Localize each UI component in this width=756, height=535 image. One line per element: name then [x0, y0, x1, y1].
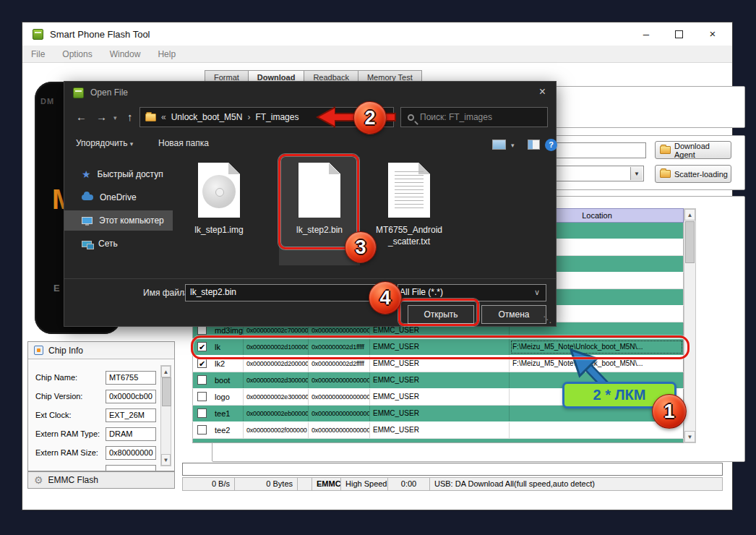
cloud-icon: [82, 194, 93, 200]
chip-info-scrollbar[interactable]: ▲ ▼: [160, 365, 171, 466]
chip-field-value[interactable]: DRAM: [106, 427, 156, 441]
app-icon: [33, 29, 43, 40]
sidebar-item-star[interactable]: ★Быстрый доступ: [64, 164, 173, 184]
menu-item-options[interactable]: Options: [62, 49, 92, 59]
cell-name: boot: [212, 372, 244, 388]
breadcrumb-folder[interactable]: Unlock_boot_M5N: [171, 112, 243, 122]
star-icon: ★: [82, 169, 91, 179]
cell-region: EMMC_USER: [370, 422, 510, 438]
gear-icon: ⚙: [34, 475, 43, 485]
menu-bar: FileOptionsWindowHelp: [22, 46, 732, 63]
cell-region: EMMC_USER: [370, 406, 510, 421]
annotation-step-2: 2: [353, 101, 387, 134]
status-segment-0: 0 B/s: [182, 477, 235, 491]
folder-icon: [660, 146, 671, 154]
chip-field-value[interactable]: 0x0000cb00: [106, 390, 156, 403]
scrollbar-thumb[interactable]: [162, 377, 171, 406]
sidebar-item-monitor[interactable]: Этот компьютер: [64, 210, 173, 231]
chip-field-label: Extern RAM Type:: [35, 429, 100, 438]
sidebar-item-label: OneDrive: [100, 192, 137, 202]
cell-end: 0x0000000000000000: [309, 406, 370, 421]
chip-field-value-partial[interactable]: [106, 465, 156, 471]
cell-name: tee1: [212, 406, 244, 421]
chip-field-value[interactable]: EXT_26M: [106, 408, 156, 422]
chip-info-panel: Chip Info Chip Name:MT6755Chip Version:0…: [27, 341, 175, 471]
forward-button[interactable]: →: [96, 111, 107, 123]
sidebar-item-network[interactable]: Сеть: [64, 234, 173, 254]
file-item-mt6755-android[interactable]: MT6755_Android_scatter.txt: [366, 157, 452, 265]
status-bar: 0 B/s0 BytesEMMCHigh Speed0:00USB: DA Do…: [182, 477, 723, 491]
cell-end: 0x0000000000000000: [309, 389, 370, 405]
filename-label: Имя файла:: [143, 288, 192, 298]
help-icon[interactable]: ?: [545, 139, 557, 151]
minimize-button[interactable]: –: [637, 27, 656, 40]
cancel-button[interactable]: Отмена: [481, 305, 546, 324]
scroll-down-arrow[interactable]: ▼: [684, 431, 695, 442]
organize-menu[interactable]: Упорядочить ▾: [76, 138, 133, 148]
back-button[interactable]: ←: [76, 111, 87, 123]
annotation-box-file: [278, 154, 359, 249]
filetype-value: All File (*.*): [400, 287, 443, 297]
download-agent-button[interactable]: Download Agent: [655, 141, 731, 159]
combo-dropdown-arrow[interactable]: ▼: [630, 167, 643, 180]
file-item-lk-step1-img[interactable]: lk_step1.img: [183, 157, 255, 265]
breadcrumb-current-folder[interactable]: FT_images: [255, 112, 298, 122]
cell-name: tee2: [212, 422, 244, 438]
scroll-up-arrow[interactable]: ▲: [684, 209, 695, 221]
table-row-tee2[interactable]: tee20x000000002f0000000x0000000000000000…: [192, 422, 684, 439]
folder-icon: [660, 170, 671, 178]
view-mode-icon[interactable]: [492, 140, 506, 150]
status-segment-5: 0:00: [388, 477, 430, 491]
chip-info-header[interactable]: Chip Info: [28, 342, 174, 359]
chip-icon: [34, 346, 43, 355]
emmc-flash-section[interactable]: ⚙ EMMC Flash: [27, 471, 175, 489]
menu-item-file[interactable]: File: [31, 49, 45, 59]
scrollbar-thumb[interactable]: [685, 221, 695, 263]
dialog-title-bar: Open File ×: [64, 82, 556, 103]
checkbox-logo[interactable]: [197, 392, 207, 401]
search-icon: [408, 114, 414, 121]
view-caret-icon[interactable]: ▾: [511, 142, 515, 149]
folder-icon: [145, 114, 156, 121]
page-fold-icon: [228, 163, 240, 174]
history-caret-icon[interactable]: ▾: [113, 114, 117, 121]
phone-top-text: DM: [40, 97, 54, 106]
status-segment-6: USB: DA Download All(full speed,auto det…: [430, 477, 723, 491]
filename-input[interactable]: lk_step2.bin: [185, 284, 395, 301]
up-button[interactable]: ↑: [127, 111, 133, 123]
monitor-icon: [82, 217, 93, 224]
menu-item-window[interactable]: Window: [110, 49, 141, 59]
close-button[interactable]: ×: [703, 27, 722, 40]
chip-field-value[interactable]: 0x80000000: [106, 446, 156, 460]
file-label: lk_step1.img: [183, 224, 255, 236]
checkbox-lk2[interactable]: ✔: [197, 359, 207, 368]
dialog-close-icon[interactable]: ×: [539, 85, 546, 98]
scroll-up-arrow[interactable]: ▲: [161, 366, 171, 377]
table-bottom-border: [192, 442, 684, 443]
breadcrumb-chevrons[interactable]: «: [161, 112, 166, 122]
menu-item-help[interactable]: Help: [158, 49, 176, 59]
scatter-loading-button[interactable]: Scatter-loading: [655, 165, 731, 183]
annotation-step-1: 1: [652, 394, 687, 429]
status-segment-3: EMMC: [312, 477, 341, 491]
checkbox-tee1[interactable]: [197, 408, 207, 418]
sidebar-item-cloud[interactable]: OneDrive: [64, 187, 173, 207]
scroll-down-arrow[interactable]: ▼: [161, 454, 171, 466]
checkbox-boot[interactable]: [197, 375, 207, 385]
phone-bottom-text: E: [53, 283, 60, 294]
cell-begin: 0x000000002eb00000: [244, 406, 309, 421]
new-folder-button[interactable]: Новая папка: [158, 138, 209, 148]
preview-pane-icon[interactable]: [528, 140, 540, 150]
resize-grip[interactable]: ⋱: [543, 314, 551, 325]
cell-begin: 0x000000002f000000: [244, 422, 309, 438]
search-box[interactable]: Поиск: FT_images: [400, 107, 548, 127]
status-segment-4: High Speed: [341, 477, 388, 491]
chip-field-value[interactable]: MT6755: [106, 371, 156, 385]
network-icon: [82, 241, 92, 247]
sidebar-item-label: Этот компьютер: [99, 215, 164, 226]
maximize-button[interactable]: [675, 30, 683, 38]
disc-icon: [202, 175, 236, 208]
dialog-title: Open File: [90, 87, 128, 98]
cell-begin: 0x000000002d300000: [244, 372, 309, 388]
checkbox-tee2[interactable]: [197, 425, 207, 435]
